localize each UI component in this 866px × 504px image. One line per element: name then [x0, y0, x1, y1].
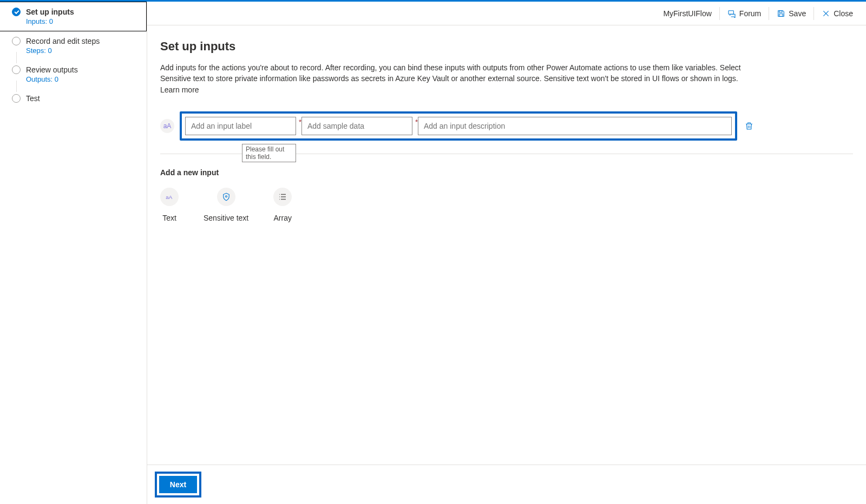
option-label: Sensitive text — [204, 214, 248, 222]
input-row: aA * Please fill out this field. * — [160, 111, 853, 154]
forum-button[interactable]: Forum — [720, 2, 769, 25]
text-type-badge: aA — [160, 119, 174, 133]
step-subtext: Steps: 0 — [26, 47, 139, 55]
step-circle-icon — [12, 65, 21, 74]
list-icon — [278, 192, 287, 202]
step-circle-icon — [12, 94, 21, 103]
wizard-sidebar: Set up inputs Inputs: 0 Record and edit … — [0, 2, 147, 504]
flow-name: MyFirstUIFlow — [655, 9, 719, 18]
input-type-options: aA Text Sensitive text Array — [160, 188, 853, 222]
wizard-step-record[interactable]: Record and edit steps Steps: 0 — [0, 31, 147, 60]
input-description-field[interactable] — [418, 117, 732, 135]
close-icon — [822, 9, 830, 18]
wizard-step-outputs[interactable]: Review outputs Outputs: 0 — [0, 60, 147, 89]
svg-text:aA: aA — [166, 194, 172, 200]
svg-rect-0 — [729, 10, 733, 14]
save-label: Save — [789, 9, 806, 18]
footer-bar: Next — [147, 465, 866, 504]
forum-icon — [727, 9, 736, 18]
sample-data-field[interactable] — [301, 117, 412, 135]
page-description: Add inputs for the actions you're about … — [160, 62, 756, 95]
delete-input-button[interactable] — [743, 120, 756, 132]
step-subtext: Outputs: 0 — [26, 75, 139, 83]
input-card: * Please fill out this field. * — [180, 111, 737, 141]
app-root: Set up inputs Inputs: 0 Record and edit … — [0, 2, 866, 504]
add-array-input[interactable]: Array — [273, 188, 292, 222]
save-button[interactable]: Save — [769, 2, 813, 25]
step-title: Record and edit steps — [26, 37, 100, 45]
add-sensitive-input[interactable]: Sensitive text — [204, 188, 248, 222]
svg-rect-2 — [779, 14, 783, 16]
close-button[interactable]: Close — [814, 2, 861, 25]
next-highlight: Next — [155, 472, 201, 498]
svg-rect-1 — [779, 10, 782, 12]
main-panel: MyFirstUIFlow Forum Save Close Set up in… — [147, 2, 866, 504]
wizard-step-test[interactable]: Test — [0, 89, 147, 108]
validation-tooltip: Please fill out this field. — [242, 144, 296, 162]
svg-point-4 — [225, 196, 227, 197]
save-icon — [777, 9, 785, 18]
input-label-field[interactable] — [185, 117, 296, 135]
trash-icon — [744, 121, 754, 131]
option-label: Array — [274, 214, 292, 222]
step-circle-icon — [12, 37, 21, 45]
step-checkmark-icon — [12, 8, 21, 16]
step-subtext: Inputs: 0 — [26, 17, 139, 25]
content-area: Set up inputs Add inputs for the actions… — [147, 25, 866, 465]
text-icon: aA — [165, 192, 174, 202]
close-label: Close — [834, 9, 853, 18]
option-label: Text — [162, 214, 176, 222]
step-title: Test — [26, 94, 40, 103]
wizard-step-inputs[interactable]: Set up inputs Inputs: 0 — [0, 2, 147, 31]
next-button[interactable]: Next — [159, 476, 197, 493]
top-toolbar: MyFirstUIFlow Forum Save Close — [147, 2, 866, 25]
shield-icon — [221, 192, 231, 202]
forum-label: Forum — [739, 9, 761, 18]
add-input-heading: Add a new input — [160, 168, 853, 177]
add-text-input[interactable]: aA Text — [160, 188, 179, 222]
step-title: Review outputs — [26, 65, 78, 74]
page-title: Set up inputs — [160, 39, 853, 54]
step-title: Set up inputs — [26, 8, 74, 16]
